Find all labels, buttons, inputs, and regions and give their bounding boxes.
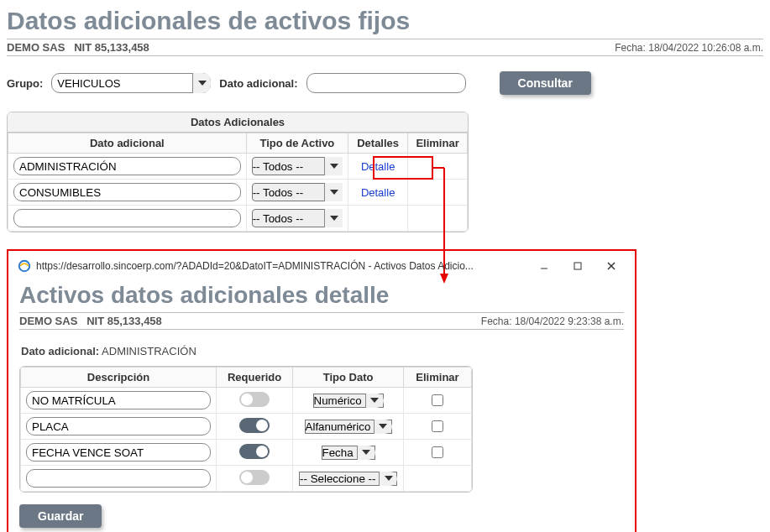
descripcion-input[interactable]: [26, 443, 211, 462]
table-row: -- Todos --: [8, 206, 468, 232]
tipo-dato-select[interactable]: -- Seleccione --: [299, 472, 397, 486]
col-dato-adicional: Dato adicional: [8, 133, 247, 154]
popup-window: https://desarrollo.sincoerp.com/?ADADId=…: [7, 249, 636, 532]
consultar-button[interactable]: Consultar: [500, 71, 591, 95]
popup-titlebar: https://desarrollo.sincoerp.com/?ADADId=…: [11, 253, 632, 279]
popup-page-title: Activos datos adicionales detalle: [19, 282, 624, 309]
date-value: 18/04/2022 10:26:08 a.m.: [648, 42, 763, 54]
eliminar-checkbox[interactable]: [432, 420, 443, 432]
nit-label: NIT: [74, 41, 92, 54]
dato-adicional-label: Dato adicional:: [219, 77, 297, 90]
popup-date-label: Fecha:: [481, 316, 512, 327]
grupo-select[interactable]: VEHICULOS: [51, 73, 211, 93]
col-detalles: Detalles: [348, 133, 408, 154]
page-title: Datos adicionales de activos fijos: [7, 7, 763, 35]
requerido-toggle[interactable]: [239, 470, 270, 485]
ie-icon: [18, 259, 31, 273]
grid-title: Datos Adicionales: [8, 112, 468, 133]
tipo-activo-select[interactable]: -- Todos --: [252, 209, 343, 227]
page-subheader: DEMO SAS NIT 85,133,458 Fecha: 18/04/202…: [7, 39, 763, 56]
table-row: Fecha: [21, 440, 472, 466]
eliminar-checkbox[interactable]: [432, 394, 443, 406]
popup-nit-label: NIT: [86, 315, 104, 327]
popup-url: https://desarrollo.sincoerp.com/?ADADId=…: [36, 260, 474, 272]
filter-row: Grupo: VEHICULOS Dato adicional: Consult…: [7, 71, 763, 95]
popup-date-value: 18/04/2022 9:23:38 a.m.: [515, 316, 624, 327]
col-requerido: Requerido: [217, 368, 293, 388]
window-close-button[interactable]: [597, 257, 626, 275]
detalle-link[interactable]: Detalle: [361, 186, 395, 199]
guardar-button[interactable]: Guardar: [19, 504, 102, 528]
descripcion-input[interactable]: [26, 391, 211, 409]
col-eliminar: Eliminar: [408, 133, 468, 154]
popup-company: DEMO SAS: [19, 315, 77, 327]
eliminar-checkbox[interactable]: [432, 446, 443, 458]
dato-input[interactable]: [13, 157, 241, 175]
window-maximize-button[interactable]: [563, 257, 592, 275]
requerido-toggle[interactable]: [239, 418, 270, 433]
col-descripcion: Descripción: [21, 368, 217, 388]
col-tipo-activo: Tipo de Activo: [246, 133, 348, 154]
window-minimize-button[interactable]: [530, 257, 558, 275]
dato-input[interactable]: [13, 209, 241, 227]
tipo-dato-select[interactable]: Numérico: [313, 394, 384, 408]
table-row: -- Todos --Detalle: [8, 180, 468, 206]
company-name: DEMO SAS: [7, 41, 65, 54]
popup-nit-value: 85,133,458: [107, 315, 162, 327]
dato-adicional-input[interactable]: [306, 73, 466, 93]
svg-rect-6: [574, 263, 581, 269]
date-label: Fecha:: [615, 42, 646, 54]
dato-input[interactable]: [13, 183, 241, 201]
popup-dato-label: Dato adicional:: [21, 345, 99, 357]
nit-value: 85,133,458: [95, 41, 149, 54]
table-row: -- Seleccione --: [21, 466, 472, 492]
popup-dato-value: ADMINISTRACIÓN: [102, 345, 196, 357]
tipo-dato-select[interactable]: Alfanumérico: [305, 420, 392, 434]
col-eliminar-detalle: Eliminar: [403, 368, 471, 388]
grupo-label: Grupo:: [7, 77, 43, 90]
grid-datos-adicionales: Datos Adicionales Dato adicional Tipo de…: [7, 112, 469, 232]
tipo-dato-select[interactable]: Fecha: [322, 446, 375, 460]
descripcion-input[interactable]: [26, 469, 211, 488]
tipo-activo-select[interactable]: -- Todos --: [252, 183, 343, 201]
table-row: -- Todos --Detalle: [8, 154, 468, 180]
col-tipo-dato: Tipo Dato: [293, 368, 404, 388]
grid-detalle: Descripción Requerido Tipo Dato Eliminar…: [19, 366, 473, 493]
requerido-toggle[interactable]: [239, 392, 270, 407]
popup-subheader: DEMO SAS NIT 85,133,458 Fecha: 18/04/202…: [19, 312, 624, 330]
tipo-activo-select[interactable]: -- Todos --: [252, 157, 343, 175]
requerido-toggle[interactable]: [239, 444, 270, 459]
table-row: Numérico: [21, 388, 472, 414]
detalle-link[interactable]: Detalle: [361, 160, 395, 173]
descripcion-input[interactable]: [26, 417, 211, 436]
table-row: Alfanumérico: [21, 414, 472, 440]
